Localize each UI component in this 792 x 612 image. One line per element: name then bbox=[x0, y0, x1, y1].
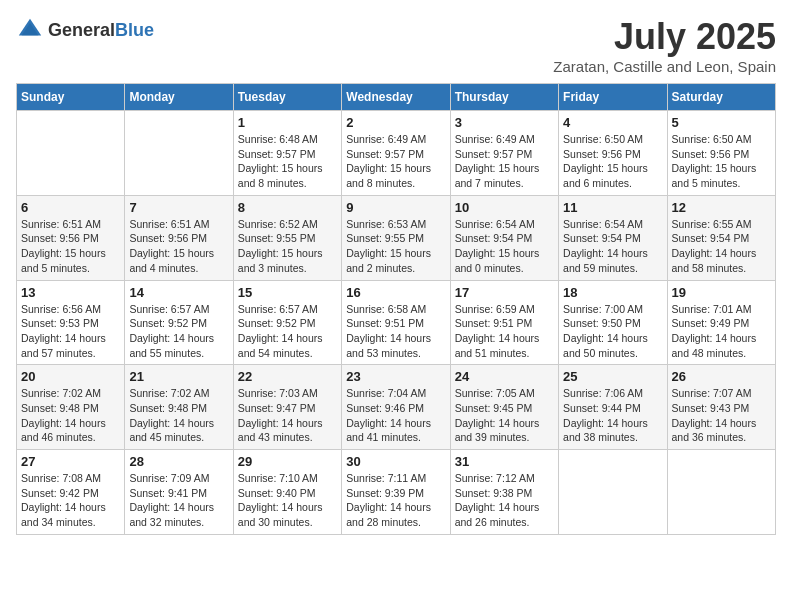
day-number: 29 bbox=[238, 454, 337, 469]
day-number: 28 bbox=[129, 454, 228, 469]
day-info: Sunrise: 7:00 AMSunset: 9:50 PMDaylight:… bbox=[563, 302, 662, 361]
day-number: 10 bbox=[455, 200, 554, 215]
calendar-header-row: Sunday Monday Tuesday Wednesday Thursday… bbox=[17, 84, 776, 111]
day-number: 7 bbox=[129, 200, 228, 215]
day-info: Sunrise: 7:04 AMSunset: 9:46 PMDaylight:… bbox=[346, 386, 445, 445]
day-number: 27 bbox=[21, 454, 120, 469]
calendar-cell: 29Sunrise: 7:10 AMSunset: 9:40 PMDayligh… bbox=[233, 450, 341, 535]
calendar-week-2: 6Sunrise: 6:51 AMSunset: 9:56 PMDaylight… bbox=[17, 195, 776, 280]
day-number: 31 bbox=[455, 454, 554, 469]
calendar-cell: 11Sunrise: 6:54 AMSunset: 9:54 PMDayligh… bbox=[559, 195, 667, 280]
page-header: GeneralBlue July 2025 Zaratan, Castille … bbox=[16, 16, 776, 75]
day-number: 5 bbox=[672, 115, 771, 130]
day-info: Sunrise: 7:03 AMSunset: 9:47 PMDaylight:… bbox=[238, 386, 337, 445]
logo-blue-text: Blue bbox=[115, 20, 154, 40]
day-info: Sunrise: 6:49 AMSunset: 9:57 PMDaylight:… bbox=[455, 132, 554, 191]
logo: GeneralBlue bbox=[16, 16, 154, 44]
col-monday: Monday bbox=[125, 84, 233, 111]
day-number: 20 bbox=[21, 369, 120, 384]
day-info: Sunrise: 7:02 AMSunset: 9:48 PMDaylight:… bbox=[129, 386, 228, 445]
day-info: Sunrise: 6:57 AMSunset: 9:52 PMDaylight:… bbox=[129, 302, 228, 361]
logo-general-text: General bbox=[48, 20, 115, 40]
day-info: Sunrise: 6:54 AMSunset: 9:54 PMDaylight:… bbox=[455, 217, 554, 276]
day-info: Sunrise: 6:53 AMSunset: 9:55 PMDaylight:… bbox=[346, 217, 445, 276]
day-number: 3 bbox=[455, 115, 554, 130]
day-number: 14 bbox=[129, 285, 228, 300]
calendar-cell: 8Sunrise: 6:52 AMSunset: 9:55 PMDaylight… bbox=[233, 195, 341, 280]
calendar-cell: 13Sunrise: 6:56 AMSunset: 9:53 PMDayligh… bbox=[17, 280, 125, 365]
col-wednesday: Wednesday bbox=[342, 84, 450, 111]
day-info: Sunrise: 6:56 AMSunset: 9:53 PMDaylight:… bbox=[21, 302, 120, 361]
day-info: Sunrise: 7:10 AMSunset: 9:40 PMDaylight:… bbox=[238, 471, 337, 530]
day-number: 19 bbox=[672, 285, 771, 300]
col-tuesday: Tuesday bbox=[233, 84, 341, 111]
calendar-cell: 24Sunrise: 7:05 AMSunset: 9:45 PMDayligh… bbox=[450, 365, 558, 450]
day-info: Sunrise: 7:02 AMSunset: 9:48 PMDaylight:… bbox=[21, 386, 120, 445]
day-number: 24 bbox=[455, 369, 554, 384]
day-number: 12 bbox=[672, 200, 771, 215]
calendar-cell: 30Sunrise: 7:11 AMSunset: 9:39 PMDayligh… bbox=[342, 450, 450, 535]
day-number: 30 bbox=[346, 454, 445, 469]
calendar-cell: 17Sunrise: 6:59 AMSunset: 9:51 PMDayligh… bbox=[450, 280, 558, 365]
calendar-cell: 3Sunrise: 6:49 AMSunset: 9:57 PMDaylight… bbox=[450, 111, 558, 196]
day-number: 6 bbox=[21, 200, 120, 215]
col-thursday: Thursday bbox=[450, 84, 558, 111]
day-info: Sunrise: 6:52 AMSunset: 9:55 PMDaylight:… bbox=[238, 217, 337, 276]
day-number: 22 bbox=[238, 369, 337, 384]
day-info: Sunrise: 6:57 AMSunset: 9:52 PMDaylight:… bbox=[238, 302, 337, 361]
calendar-cell: 18Sunrise: 7:00 AMSunset: 9:50 PMDayligh… bbox=[559, 280, 667, 365]
calendar-cell: 27Sunrise: 7:08 AMSunset: 9:42 PMDayligh… bbox=[17, 450, 125, 535]
calendar-cell: 9Sunrise: 6:53 AMSunset: 9:55 PMDaylight… bbox=[342, 195, 450, 280]
calendar-week-4: 20Sunrise: 7:02 AMSunset: 9:48 PMDayligh… bbox=[17, 365, 776, 450]
day-number: 23 bbox=[346, 369, 445, 384]
calendar-cell: 12Sunrise: 6:55 AMSunset: 9:54 PMDayligh… bbox=[667, 195, 775, 280]
calendar-cell: 6Sunrise: 6:51 AMSunset: 9:56 PMDaylight… bbox=[17, 195, 125, 280]
calendar-cell bbox=[559, 450, 667, 535]
day-number: 26 bbox=[672, 369, 771, 384]
day-info: Sunrise: 7:01 AMSunset: 9:49 PMDaylight:… bbox=[672, 302, 771, 361]
day-info: Sunrise: 6:50 AMSunset: 9:56 PMDaylight:… bbox=[672, 132, 771, 191]
calendar-cell: 21Sunrise: 7:02 AMSunset: 9:48 PMDayligh… bbox=[125, 365, 233, 450]
calendar-cell bbox=[125, 111, 233, 196]
day-number: 11 bbox=[563, 200, 662, 215]
day-info: Sunrise: 6:48 AMSunset: 9:57 PMDaylight:… bbox=[238, 132, 337, 191]
day-number: 1 bbox=[238, 115, 337, 130]
day-info: Sunrise: 6:54 AMSunset: 9:54 PMDaylight:… bbox=[563, 217, 662, 276]
day-number: 15 bbox=[238, 285, 337, 300]
calendar-table: Sunday Monday Tuesday Wednesday Thursday… bbox=[16, 83, 776, 535]
calendar-cell: 15Sunrise: 6:57 AMSunset: 9:52 PMDayligh… bbox=[233, 280, 341, 365]
calendar-cell: 20Sunrise: 7:02 AMSunset: 9:48 PMDayligh… bbox=[17, 365, 125, 450]
day-info: Sunrise: 7:12 AMSunset: 9:38 PMDaylight:… bbox=[455, 471, 554, 530]
calendar-cell: 19Sunrise: 7:01 AMSunset: 9:49 PMDayligh… bbox=[667, 280, 775, 365]
calendar-cell: 1Sunrise: 6:48 AMSunset: 9:57 PMDaylight… bbox=[233, 111, 341, 196]
calendar-cell bbox=[17, 111, 125, 196]
day-info: Sunrise: 6:58 AMSunset: 9:51 PMDaylight:… bbox=[346, 302, 445, 361]
calendar-week-3: 13Sunrise: 6:56 AMSunset: 9:53 PMDayligh… bbox=[17, 280, 776, 365]
day-number: 8 bbox=[238, 200, 337, 215]
calendar-cell: 14Sunrise: 6:57 AMSunset: 9:52 PMDayligh… bbox=[125, 280, 233, 365]
day-info: Sunrise: 6:51 AMSunset: 9:56 PMDaylight:… bbox=[129, 217, 228, 276]
day-number: 16 bbox=[346, 285, 445, 300]
day-info: Sunrise: 6:51 AMSunset: 9:56 PMDaylight:… bbox=[21, 217, 120, 276]
day-info: Sunrise: 7:11 AMSunset: 9:39 PMDaylight:… bbox=[346, 471, 445, 530]
day-number: 21 bbox=[129, 369, 228, 384]
day-info: Sunrise: 6:49 AMSunset: 9:57 PMDaylight:… bbox=[346, 132, 445, 191]
day-number: 18 bbox=[563, 285, 662, 300]
day-info: Sunrise: 7:05 AMSunset: 9:45 PMDaylight:… bbox=[455, 386, 554, 445]
day-number: 25 bbox=[563, 369, 662, 384]
day-info: Sunrise: 6:50 AMSunset: 9:56 PMDaylight:… bbox=[563, 132, 662, 191]
calendar-cell: 10Sunrise: 6:54 AMSunset: 9:54 PMDayligh… bbox=[450, 195, 558, 280]
day-number: 9 bbox=[346, 200, 445, 215]
calendar-cell: 4Sunrise: 6:50 AMSunset: 9:56 PMDaylight… bbox=[559, 111, 667, 196]
calendar-cell: 28Sunrise: 7:09 AMSunset: 9:41 PMDayligh… bbox=[125, 450, 233, 535]
calendar-cell: 7Sunrise: 6:51 AMSunset: 9:56 PMDaylight… bbox=[125, 195, 233, 280]
logo-icon bbox=[16, 16, 44, 44]
col-sunday: Sunday bbox=[17, 84, 125, 111]
day-info: Sunrise: 7:07 AMSunset: 9:43 PMDaylight:… bbox=[672, 386, 771, 445]
calendar-cell: 26Sunrise: 7:07 AMSunset: 9:43 PMDayligh… bbox=[667, 365, 775, 450]
calendar-week-1: 1Sunrise: 6:48 AMSunset: 9:57 PMDaylight… bbox=[17, 111, 776, 196]
day-number: 2 bbox=[346, 115, 445, 130]
calendar-cell: 2Sunrise: 6:49 AMSunset: 9:57 PMDaylight… bbox=[342, 111, 450, 196]
calendar-cell: 23Sunrise: 7:04 AMSunset: 9:46 PMDayligh… bbox=[342, 365, 450, 450]
month-title: July 2025 bbox=[553, 16, 776, 58]
